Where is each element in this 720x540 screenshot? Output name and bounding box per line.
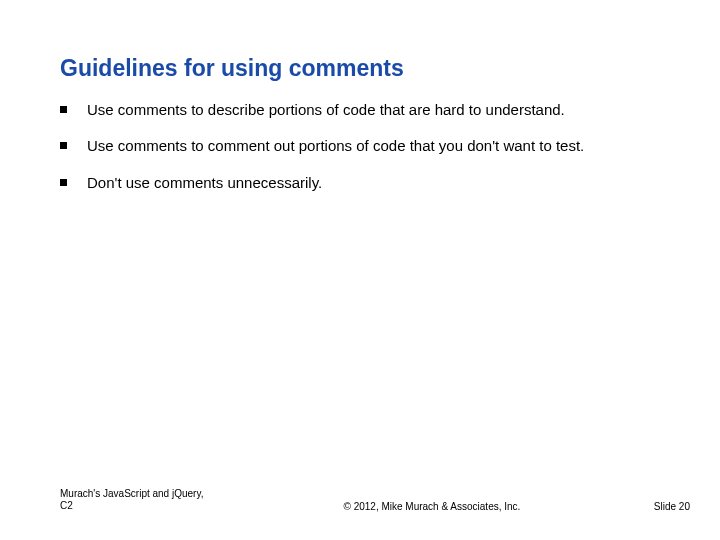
bullet-icon: [60, 179, 67, 186]
bullet-icon: [60, 142, 67, 149]
bullet-text: Don't use comments unnecessarily.: [87, 173, 660, 193]
list-item: Don't use comments unnecessarily.: [60, 173, 660, 193]
bullet-text: Use comments to describe portions of cod…: [87, 100, 660, 120]
footer-center: © 2012, Mike Murach & Associates, Inc.: [210, 501, 654, 512]
slide-title: Guidelines for using comments: [60, 55, 660, 82]
footer-right: Slide 20: [654, 501, 690, 512]
slide-footer: Murach's JavaScript and jQuery, C2 © 201…: [60, 488, 690, 512]
slide-container: Guidelines for using comments Use commen…: [0, 0, 720, 540]
bullet-list: Use comments to describe portions of cod…: [60, 100, 660, 193]
list-item: Use comments to describe portions of cod…: [60, 100, 660, 120]
list-item: Use comments to comment out portions of …: [60, 136, 660, 156]
footer-left: Murach's JavaScript and jQuery, C2: [60, 488, 210, 512]
bullet-icon: [60, 106, 67, 113]
bullet-text: Use comments to comment out portions of …: [87, 136, 660, 156]
